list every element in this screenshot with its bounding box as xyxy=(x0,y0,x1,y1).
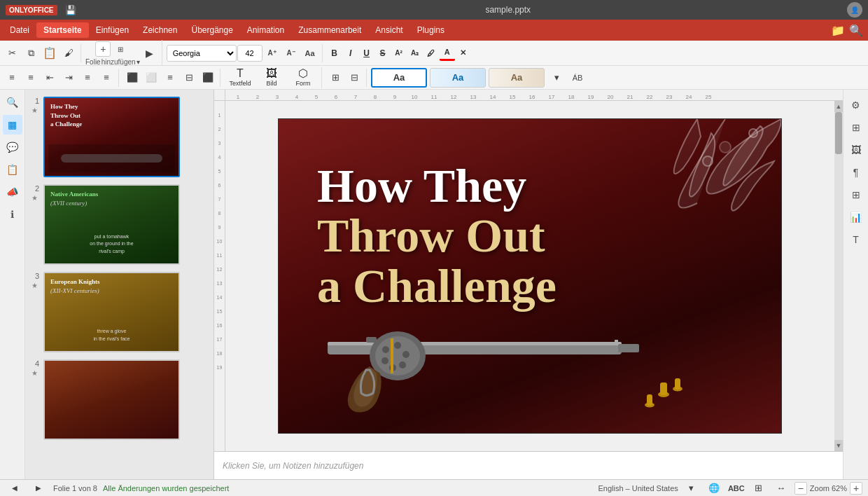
font-color-button[interactable]: A xyxy=(440,46,455,61)
slide-main-area[interactable]: How They Throw Out a Challenge xyxy=(225,101,834,451)
increase-indent-button[interactable]: ⇥ xyxy=(59,69,78,87)
menu-ansicht[interactable]: Ansicht xyxy=(368,22,410,38)
scroll-up-button[interactable]: ▲ xyxy=(834,101,843,112)
undo-icon[interactable]: ↩ xyxy=(106,1,125,19)
font-size-input[interactable] xyxy=(237,45,262,62)
increase-font-button[interactable]: A⁺ xyxy=(263,44,281,62)
insert-image-button[interactable]: 🖼 Bild xyxy=(256,67,287,88)
menu-zeichnen[interactable]: Zeichnen xyxy=(136,22,184,38)
spellcheck-button[interactable]: ABC xyxy=(727,479,746,497)
more-icon[interactable]: ··· xyxy=(151,1,169,19)
slide-thumb-4[interactable] xyxy=(43,359,180,440)
font-family-select[interactable]: Georgia xyxy=(167,45,237,62)
play-button[interactable]: ▶ xyxy=(29,479,48,497)
columns-btn[interactable]: ⊟ xyxy=(180,69,198,87)
style-colored[interactable]: Aa xyxy=(430,68,486,88)
menu-einfuegen[interactable]: Einfügen xyxy=(89,22,136,38)
format-painter-button[interactable]: 🖌 xyxy=(59,44,78,62)
folie-dropdown[interactable]: Folie hinzufügen ▾ xyxy=(85,58,140,66)
menu-uebergaenge[interactable]: Übergänge xyxy=(184,22,239,38)
slide-item-1[interactable]: 1 ★ How They Throw Out a Challenge xyxy=(28,95,211,179)
notes-area[interactable]: Klicken Sie, um Notizen hinzuzufügen xyxy=(214,451,843,479)
slide-item-3[interactable]: 3 ★ European Knights(XII-XVI centuries) … xyxy=(28,270,211,354)
user-avatar[interactable]: 👤 xyxy=(847,2,862,18)
paste-button[interactable]: 📋 xyxy=(41,44,59,62)
font-case-button[interactable]: Aa xyxy=(301,44,319,62)
highlight-button[interactable]: 🖊 xyxy=(424,46,439,61)
open-location-icon[interactable]: 📁 xyxy=(829,21,847,39)
add-slide-button[interactable]: + xyxy=(95,41,111,57)
main-slide[interactable]: How They Throw Out a Challenge xyxy=(278,118,782,434)
svg-rect-18 xyxy=(660,383,667,395)
list-options-button[interactable]: ≡ xyxy=(78,69,97,87)
text-settings-button[interactable]: ¶ xyxy=(846,163,866,182)
comments-button[interactable]: 💬 xyxy=(3,137,22,157)
slide-settings-button[interactable]: ⊞ xyxy=(846,118,866,137)
fit-page-button[interactable]: ⊞ xyxy=(750,479,768,497)
strikethrough-button[interactable]: S xyxy=(375,46,391,61)
arrange-button[interactable]: ⊞ xyxy=(326,69,344,87)
style-tan[interactable]: Aa xyxy=(489,68,545,88)
slide-thumb-1[interactable]: How They Throw Out a Challenge xyxy=(43,97,180,177)
slides-panel-button[interactable]: ▦ xyxy=(3,115,22,135)
bold-button[interactable]: B xyxy=(327,46,342,61)
menu-datei[interactable]: Datei xyxy=(3,22,36,38)
language-dropdown-button[interactable]: ▾ xyxy=(682,479,701,497)
menu-startseite[interactable]: Startseite xyxy=(36,22,89,38)
zoom-out-button[interactable]: − xyxy=(794,482,807,495)
slide-thumb-2[interactable]: Native Americans(XVII century) put a tom… xyxy=(43,184,180,265)
settings-panel-button[interactable]: ⚙ xyxy=(846,95,866,115)
search-menu-icon[interactable]: 🔍 xyxy=(847,21,865,39)
vertical-scrollbar[interactable]: ▲ ▼ xyxy=(834,101,843,451)
save-icon[interactable]: 💾 xyxy=(62,1,80,19)
print-icon[interactable]: 🖨 xyxy=(84,1,102,19)
align-objects-button[interactable]: ⊟ xyxy=(345,69,363,87)
scroll-thumb[interactable] xyxy=(835,112,842,154)
prev-slide-button[interactable]: ◀ xyxy=(6,479,24,497)
bullet-list-button[interactable]: ≡ xyxy=(3,69,21,87)
table-settings-button[interactable]: ⊞ xyxy=(846,185,866,205)
search-tool-button[interactable]: 🔍 xyxy=(3,92,22,112)
text-direction-btn[interactable]: ⬛ xyxy=(199,69,217,87)
menu-animation[interactable]: Animation xyxy=(240,22,291,38)
cut-button[interactable]: ✂ xyxy=(3,44,21,62)
insert-shape-button[interactable]: ⬡ Form xyxy=(288,67,318,88)
decrease-font-button[interactable]: A⁻ xyxy=(282,44,300,62)
numbered-list-button[interactable]: ≡ xyxy=(22,69,40,87)
menu-zusammenarbeit[interactable]: Zusammenarbeit xyxy=(291,22,368,38)
insert-textbox-button[interactable]: T Textfeld xyxy=(225,67,255,88)
font-settings-button[interactable]: T xyxy=(846,230,866,249)
copy-button[interactable]: ⧉ xyxy=(22,44,40,62)
slide-item-2[interactable]: 2 ★ Native Americans(XVII century) put a… xyxy=(28,183,211,266)
underline-button[interactable]: U xyxy=(359,46,374,61)
italic-button[interactable]: I xyxy=(343,46,358,61)
info-button[interactable]: ℹ xyxy=(3,205,22,224)
slide-item-4[interactable]: 4 ★ xyxy=(28,358,211,441)
line-spacing-btn[interactable]: ≡ xyxy=(161,69,179,87)
slide-thumb-3[interactable]: European Knights(XII-XVI centuries) thre… xyxy=(43,272,180,352)
image-settings-button[interactable]: 🖼 xyxy=(846,140,866,160)
bookmarks-button[interactable]: 📋 xyxy=(3,160,22,179)
chart-settings-button[interactable]: 📊 xyxy=(846,207,866,227)
textbox-icon: T xyxy=(237,68,244,79)
char-spacing-button[interactable]: ÁB xyxy=(568,69,587,87)
superscript-button[interactable]: A² xyxy=(391,46,407,61)
subscript-button[interactable]: A₂ xyxy=(407,46,423,61)
slide-view-button[interactable]: ▶ xyxy=(141,44,159,62)
fit-width-button[interactable]: ↔ xyxy=(772,479,790,497)
redo-icon[interactable]: ↪ xyxy=(129,1,147,19)
align-left-button[interactable]: ≡ xyxy=(97,69,115,87)
scroll-down-button[interactable]: ▼ xyxy=(834,440,843,451)
align-center-btn[interactable]: ⬜ xyxy=(142,69,160,87)
align-left-btn[interactable]: ⬛ xyxy=(123,69,141,87)
clear-format-button[interactable]: ✕ xyxy=(456,46,471,61)
slide-layout-button[interactable]: ⊞ xyxy=(111,40,130,58)
zoom-in-button[interactable]: + xyxy=(850,482,862,495)
style-default[interactable]: Aa xyxy=(371,68,427,88)
globe-icon[interactable]: 🌐 xyxy=(705,479,723,497)
styles-dropdown-button[interactable]: ▾ xyxy=(547,69,566,87)
menu-plugins[interactable]: Plugins xyxy=(410,22,451,38)
speaker-notes-button[interactable]: 📣 xyxy=(3,182,22,202)
decrease-indent-button[interactable]: ⇤ xyxy=(41,69,59,87)
ruler-h-25: 25 xyxy=(699,94,718,100)
